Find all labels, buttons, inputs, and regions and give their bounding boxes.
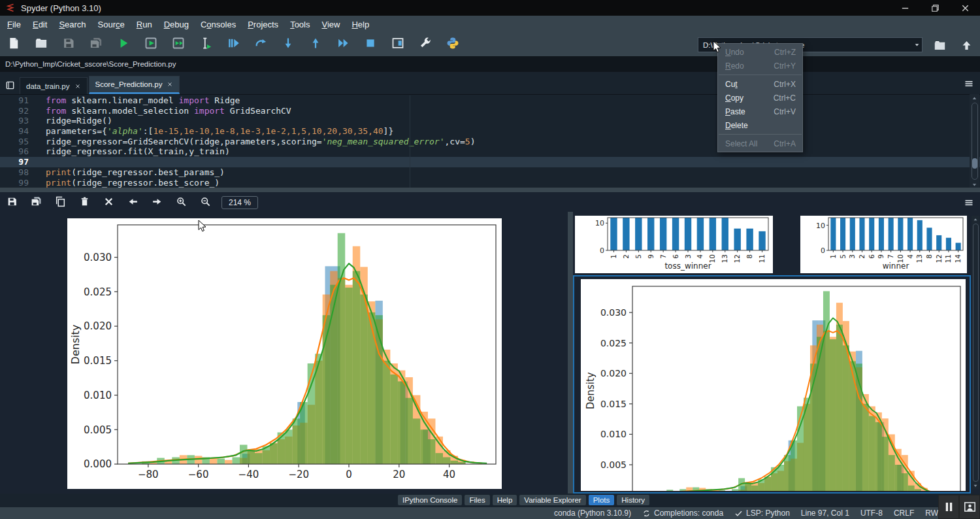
bottom-tab-files[interactable]: Files bbox=[465, 495, 489, 505]
plot-thumbnail-density-selected[interactable]: 0.0050.0100.0150.0200.0250.030Density bbox=[573, 275, 971, 494]
code-editor[interactable]: 91from sklearn.linear_model import Ridge… bbox=[0, 95, 980, 188]
debug-button[interactable] bbox=[220, 34, 247, 55]
remove-plot-button[interactable] bbox=[73, 194, 97, 211]
line-number: 94 bbox=[0, 126, 38, 137]
close-button[interactable] bbox=[950, 0, 980, 16]
editor-tab-score_prediction-py[interactable]: Score_Prediction.py bbox=[89, 76, 180, 94]
svg-text:6: 6 bbox=[868, 254, 875, 259]
copy-plot-button[interactable] bbox=[48, 194, 73, 211]
svg-text:Density: Density bbox=[69, 325, 82, 365]
menu-file[interactable]: File bbox=[1, 17, 27, 32]
plot-thumbnail-winner[interactable]: 0101532697104138121114winner bbox=[800, 216, 967, 273]
run-selection-button[interactable] bbox=[192, 34, 220, 55]
run-button[interactable] bbox=[110, 34, 137, 55]
preferences-button[interactable] bbox=[412, 34, 439, 55]
maximize-pane-button[interactable] bbox=[384, 34, 412, 55]
menu-projects[interactable]: Projects bbox=[242, 17, 284, 32]
menu-tools[interactable]: Tools bbox=[284, 17, 316, 32]
menu-search[interactable]: Search bbox=[53, 17, 91, 32]
svg-text:20: 20 bbox=[393, 469, 405, 480]
go-to-parent-directory-button[interactable] bbox=[957, 37, 975, 54]
menu-run[interactable]: Run bbox=[131, 17, 158, 32]
save-all-plots-button[interactable] bbox=[24, 194, 48, 211]
chevron-down-icon[interactable] bbox=[911, 41, 922, 49]
menu-edit[interactable]: Edit bbox=[27, 17, 53, 32]
horizontal-splitter[interactable] bbox=[0, 188, 980, 192]
svg-text:0: 0 bbox=[346, 469, 352, 480]
code-line-97[interactable]: 97 bbox=[0, 157, 980, 167]
editor-options-menu-button[interactable] bbox=[962, 78, 976, 90]
editor-scrollbar[interactable] bbox=[970, 94, 979, 189]
line-number: 92 bbox=[0, 106, 38, 116]
code-line-95[interactable]: 95ridge_regressor=GridSearchCV(ridge,par… bbox=[0, 137, 980, 147]
editor-tab-data_train-py[interactable]: data_train.py bbox=[20, 77, 88, 94]
plot-thumbnail-toss-winner[interactable]: 01012597634101312811toss_winner bbox=[575, 216, 773, 273]
context-menu-item-delete[interactable]: Delete bbox=[718, 118, 802, 132]
menu-debug[interactable]: Debug bbox=[158, 17, 195, 32]
save-plot-button[interactable] bbox=[0, 194, 24, 211]
context-menu-item-copy[interactable]: CopyCtrl+C bbox=[718, 91, 802, 105]
pause-button[interactable] bbox=[939, 495, 958, 518]
svg-text:9: 9 bbox=[877, 254, 885, 259]
bottom-tab-plots[interactable]: Plots bbox=[589, 495, 615, 505]
browse-working-directory-button[interactable] bbox=[930, 37, 949, 54]
code-line-91[interactable]: 91from sklearn.linear_model import Ridge bbox=[0, 95, 980, 106]
zoom-in-button[interactable] bbox=[169, 194, 193, 211]
open-file-button[interactable] bbox=[27, 34, 55, 55]
menu-view[interactable]: View bbox=[316, 17, 346, 32]
main-plot-figure: 0.0000.0050.0100.0150.0200.0250.030−80−6… bbox=[67, 218, 502, 489]
close-icon[interactable] bbox=[167, 81, 173, 88]
run-cell-advance-button[interactable] bbox=[165, 34, 192, 55]
save-button[interactable] bbox=[55, 34, 82, 55]
vertical-splitter[interactable] bbox=[568, 212, 573, 495]
previous-plot-button[interactable] bbox=[121, 194, 145, 211]
code-line-92[interactable]: 92from sklearn.model_selection import Gr… bbox=[0, 106, 980, 116]
code-line-96[interactable]: 96ridge_regressor.fit(X_train,y_train) bbox=[0, 146, 980, 157]
scroll-down-icon[interactable] bbox=[972, 482, 979, 489]
next-plot-button[interactable] bbox=[145, 194, 169, 211]
thumbnails-scrollbar[interactable] bbox=[972, 216, 979, 490]
maximize-button[interactable] bbox=[920, 0, 950, 16]
context-menu-item-undo[interactable]: UndoCtrl+Z bbox=[718, 45, 802, 59]
screenshot-button[interactable] bbox=[960, 495, 979, 518]
status-crlf: CRLF bbox=[894, 509, 914, 518]
scroll-up-icon[interactable] bbox=[972, 216, 979, 223]
browse-tabs-button[interactable] bbox=[0, 76, 20, 93]
bottom-tab-ipython-console[interactable]: IPython Console bbox=[398, 495, 462, 505]
close-icon[interactable] bbox=[74, 83, 81, 90]
bottom-tab-variable-explorer[interactable]: Variable Explorer bbox=[519, 495, 585, 505]
menu-help[interactable]: Help bbox=[346, 17, 375, 32]
bottom-tab-history[interactable]: History bbox=[617, 495, 649, 505]
remove-all-plots-button[interactable] bbox=[97, 194, 121, 211]
code-text: ridge_regressor.fit(X_train,y_train) bbox=[38, 146, 230, 157]
new-file-button[interactable] bbox=[0, 34, 27, 55]
bottom-pane-tab-bar: IPython ConsoleFilesHelpVariable Explore… bbox=[0, 494, 980, 507]
code-line-93[interactable]: 93ridge=Ridge() bbox=[0, 116, 980, 126]
stop-button[interactable] bbox=[357, 34, 384, 55]
bottom-tab-help[interactable]: Help bbox=[493, 495, 517, 505]
menu-consoles[interactable]: Consoles bbox=[195, 17, 242, 32]
context-menu-item-cut[interactable]: CutCtrl+X bbox=[718, 77, 802, 91]
code-line-99[interactable]: 99print(ridge_regressor.best_score_) bbox=[0, 178, 980, 188]
step-over-button[interactable] bbox=[247, 34, 274, 55]
context-menu-item-redo[interactable]: RedoCtrl+Y bbox=[718, 59, 802, 73]
code-line-98[interactable]: 98print(ridge_regressor.best_params_) bbox=[0, 167, 980, 178]
svg-text:12: 12 bbox=[733, 254, 741, 263]
plots-options-menu-button[interactable] bbox=[962, 197, 976, 209]
run-cell-button[interactable] bbox=[137, 34, 165, 55]
scrollbar-thumb[interactable] bbox=[972, 158, 977, 169]
svg-text:5: 5 bbox=[839, 254, 847, 259]
minimize-button[interactable] bbox=[890, 0, 920, 16]
step-into-button[interactable] bbox=[274, 34, 302, 55]
context-menu-item-select-all[interactable]: Select AllCtrl+A bbox=[718, 137, 802, 150]
step-out-button[interactable] bbox=[302, 34, 329, 55]
code-line-94[interactable]: 94parameters={'alpha':[1e-15,1e-10,1e-8,… bbox=[0, 126, 980, 137]
continue-button[interactable] bbox=[329, 34, 357, 55]
zoom-out-button[interactable] bbox=[193, 194, 218, 211]
python-env-button[interactable] bbox=[439, 34, 466, 55]
context-menu-item-paste[interactable]: PasteCtrl+V bbox=[718, 105, 802, 118]
menu-source[interactable]: Source bbox=[92, 17, 131, 32]
save-all-button[interactable] bbox=[82, 34, 110, 55]
scroll-up-icon[interactable] bbox=[970, 95, 979, 102]
svg-text:0.030: 0.030 bbox=[600, 307, 627, 318]
